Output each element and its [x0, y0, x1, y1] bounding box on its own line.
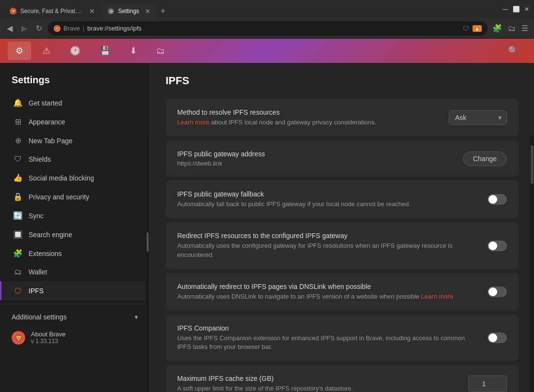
- settings-card-method-resolve: Method to resolve IPFS resources Learn m…: [166, 99, 519, 136]
- sidebar-item-new-tab-page[interactable]: ⊕ New Tab Page: [0, 131, 150, 150]
- auto-redirect-desc-before: Automatically uses DNSLink to navigate t…: [177, 293, 421, 300]
- settings-card-auto-redirect-dnslink: Automatically redirect to IPFS pages via…: [166, 273, 519, 311]
- settings-card-max-cache: Maximum IPFS cache size (GB) A soft uppe…: [166, 365, 519, 392]
- get-started-icon: 🔔: [13, 98, 23, 107]
- method-resolve-dropdown[interactable]: Ask: [449, 110, 507, 125]
- social-media-icon: 👍: [13, 173, 23, 182]
- sidebar-item-label-search-engine: Search engine: [29, 231, 72, 239]
- tab-1-favicon: 🦁: [10, 8, 16, 15]
- sidebar-item-get-started[interactable]: 🔔 Get started: [0, 93, 150, 112]
- redirect-resources-desc: Automatically uses the configured gatewa…: [177, 241, 480, 259]
- max-cache-title: Maximum IPFS cache size (GB): [177, 375, 460, 382]
- sidebar-item-sync[interactable]: 🔄 Sync: [0, 206, 150, 225]
- method-resolve-learn-more-link[interactable]: Learn more: [177, 119, 209, 126]
- tab-2-favicon: ⚙: [107, 8, 114, 15]
- max-cache-input[interactable]: [468, 376, 507, 392]
- privacy-icon: 🔒: [13, 192, 23, 201]
- sidebar-item-label-extensions: Extensions: [29, 250, 61, 257]
- main-content: Settings 🔔 Get started ⊞ Appearance ⊕ Ne…: [0, 63, 534, 392]
- back-button[interactable]: ◀: [4, 22, 15, 35]
- forward-button[interactable]: ▶: [18, 22, 30, 35]
- sidebar-item-privacy-and-security[interactable]: 🔒 Privacy and security: [0, 187, 150, 206]
- about-brave-icon: 🦁: [12, 331, 25, 345]
- tab-2-title: Settings: [118, 8, 139, 15]
- sidebar-scrollbar[interactable]: [146, 136, 149, 392]
- toolbar-bookmarks-icon[interactable]: 💾: [92, 42, 118, 60]
- search-engine-icon: 🔲: [13, 230, 23, 239]
- sidebar-item-ipfs[interactable]: ⬡ IPFS: [0, 281, 150, 300]
- redirect-resources-toggle[interactable]: [488, 241, 507, 251]
- tab-bar: 🦁 Secure, Fast & Private Web Browser w..…: [4, 0, 498, 18]
- sidebar-item-label-get-started: Get started: [29, 99, 62, 107]
- about-brave-info: About Brave v 1.33.113: [31, 331, 66, 345]
- settings-row-info-cache: Maximum IPFS cache size (GB) A soft uppe…: [177, 375, 460, 392]
- new-tab-button[interactable]: +: [156, 4, 169, 18]
- title-bar: 🦁 Secure, Fast & Private Web Browser w..…: [0, 0, 534, 18]
- settings-row-ipfs-companion: IPFS Companion Uses the IPFS Companion e…: [166, 315, 519, 361]
- sidebar-item-wallet[interactable]: 🗂 Wallet: [0, 263, 150, 281]
- page-title: IPFS: [166, 75, 519, 87]
- wallet-icon[interactable]: 🗂: [506, 22, 518, 35]
- gateway-fallback-toggle[interactable]: [488, 194, 507, 205]
- settings-row-auto-redirect: Automatically redirect to IPFS pages via…: [166, 273, 519, 311]
- tab-1-close[interactable]: ✕: [89, 7, 95, 15]
- settings-row-method-resolve: Method to resolve IPFS resources Learn m…: [166, 99, 519, 136]
- settings-row-info-companion: IPFS Companion Uses the IPFS Companion e…: [177, 324, 480, 351]
- additional-settings-chevron: ▾: [135, 313, 138, 321]
- toolbar-alert-icon[interactable]: ⚠: [35, 42, 58, 60]
- tab-2[interactable]: ⚙ Settings ✕: [102, 4, 156, 18]
- sidebar-item-social-media-blocking[interactable]: 👍 Social media blocking: [0, 168, 150, 187]
- ipfs-companion-toggle[interactable]: [488, 332, 507, 343]
- brave-shield-icon[interactable]: 🛡: [463, 25, 470, 32]
- toolbar-settings-icon[interactable]: ⚙: [8, 42, 31, 60]
- ipfs-companion-desc: Uses the IPFS Companion extension for en…: [177, 334, 480, 351]
- auto-redirect-title: Automatically redirect to IPFS pages via…: [177, 283, 480, 290]
- window-controls: — ⬜ ✕: [502, 6, 530, 13]
- minimize-button[interactable]: —: [502, 6, 509, 13]
- toolbar-wallet-icon[interactable]: 🗂: [149, 42, 173, 60]
- toolbar-search-icon[interactable]: 🔍: [500, 42, 526, 60]
- method-resolve-desc-text: about IPFS local node and gateway privac…: [209, 119, 376, 126]
- settings-row-info-redirect: Redirect IPFS resources to the configure…: [177, 232, 480, 259]
- max-cache-desc: A soft upper limit for the size of the I…: [177, 384, 460, 392]
- address-path: brave://settings/ipfs: [87, 25, 141, 32]
- settings-row-info-dnslink: Automatically redirect to IPFS pages via…: [177, 283, 480, 301]
- content-scrollbar[interactable]: [530, 136, 534, 392]
- nav-extras: 🧩 🗂 ☰: [490, 22, 530, 35]
- tab-1[interactable]: 🦁 Secure, Fast & Private Web Browser w..…: [4, 4, 101, 18]
- address-icons: 🛡 ▲: [463, 25, 482, 32]
- change-gateway-button[interactable]: Change: [463, 151, 507, 166]
- settings-card-ipfs-companion: IPFS Companion Uses the IPFS Companion e…: [166, 315, 519, 361]
- maximize-button[interactable]: ⬜: [513, 6, 519, 13]
- settings-card-gateway-address: IPFS public gateway address https://dweb…: [166, 140, 519, 177]
- sidebar-item-search-engine[interactable]: 🔲 Search engine: [0, 225, 150, 244]
- toolbar-downloads-icon[interactable]: ⬇: [122, 42, 145, 60]
- settings-card-gateway-fallback: IPFS public gateway fallback Automatical…: [166, 181, 519, 218]
- tab-2-close[interactable]: ✕: [145, 7, 151, 15]
- sidebar-item-label-new-tab-page: New Tab Page: [29, 137, 73, 145]
- settings-card-redirect-resources: Redirect IPFS resources to the configure…: [166, 222, 519, 269]
- auto-redirect-toggle[interactable]: [488, 286, 507, 297]
- sidebar-item-label-sync: Sync: [29, 212, 44, 220]
- address-bar[interactable]: 🦁 Brave | brave://settings/ipfs 🛡 ▲: [48, 21, 488, 36]
- sidebar-scroll-thumb: [147, 232, 149, 252]
- sidebar-item-label-wallet: Wallet: [29, 268, 47, 276]
- sidebar-item-appearance[interactable]: ⊞ Appearance: [0, 112, 150, 131]
- toolbar-history-icon[interactable]: 🕐: [62, 42, 88, 60]
- sidebar-item-shields[interactable]: 🛡 Shields: [0, 150, 150, 168]
- new-tab-page-icon: ⊕: [13, 136, 23, 145]
- reward-icon[interactable]: ▲: [473, 25, 482, 32]
- close-button[interactable]: ✕: [523, 6, 530, 13]
- menu-icon[interactable]: ☰: [519, 22, 530, 35]
- shields-icon: 🛡: [13, 155, 23, 164]
- settings-row-redirect-resources: Redirect IPFS resources to the configure…: [166, 222, 519, 269]
- auto-redirect-learn-more-link[interactable]: Learn more: [421, 293, 453, 300]
- sidebar-item-extensions[interactable]: 🧩 Extensions: [0, 244, 150, 263]
- browser-window: 🦁 Secure, Fast & Private Web Browser w..…: [0, 0, 534, 392]
- sidebar-additional-settings[interactable]: Additional settings ▾: [0, 308, 150, 326]
- settings-row-info-gateway: IPFS public gateway address https://dweb…: [177, 150, 455, 167]
- address-separator: |: [83, 25, 84, 32]
- refresh-button[interactable]: ↻: [33, 22, 45, 35]
- sidebar-item-label-ipfs: IPFS: [29, 287, 44, 295]
- extensions-icon[interactable]: 🧩: [490, 22, 504, 35]
